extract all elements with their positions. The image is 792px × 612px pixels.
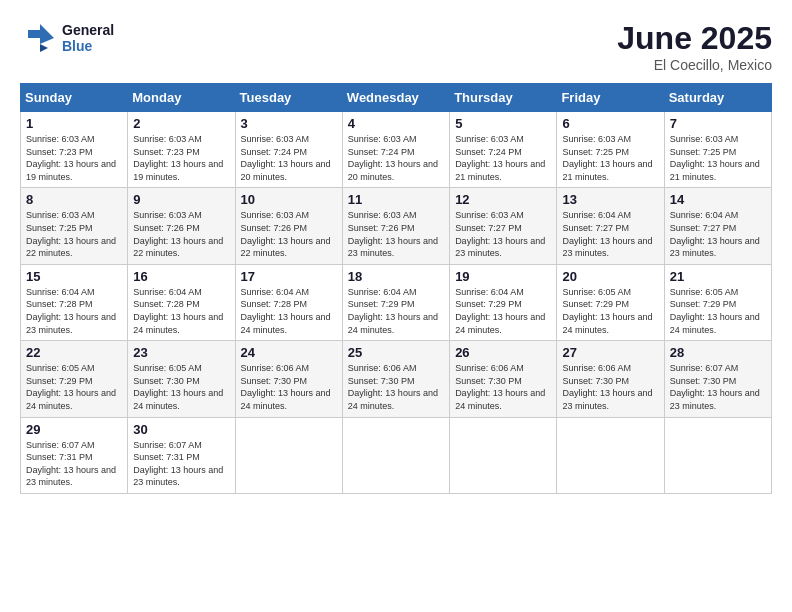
day-cell-7: 7Sunrise: 6:03 AMSunset: 7:25 PMDaylight…	[664, 112, 771, 188]
empty-cell	[450, 417, 557, 493]
day-number: 6	[562, 116, 658, 131]
day-cell-17: 17Sunrise: 6:04 AMSunset: 7:28 PMDayligh…	[235, 264, 342, 340]
day-info: Sunrise: 6:05 AMSunset: 7:29 PMDaylight:…	[562, 286, 658, 336]
day-info: Sunrise: 6:04 AMSunset: 7:27 PMDaylight:…	[562, 209, 658, 259]
day-cell-21: 21Sunrise: 6:05 AMSunset: 7:29 PMDayligh…	[664, 264, 771, 340]
weekday-header-sunday: Sunday	[21, 84, 128, 112]
day-number: 4	[348, 116, 444, 131]
empty-cell	[235, 417, 342, 493]
day-info: Sunrise: 6:03 AMSunset: 7:26 PMDaylight:…	[133, 209, 229, 259]
logo: General Blue	[20, 20, 114, 56]
week-row-1: 1Sunrise: 6:03 AMSunset: 7:23 PMDaylight…	[21, 112, 772, 188]
day-info: Sunrise: 6:04 AMSunset: 7:28 PMDaylight:…	[133, 286, 229, 336]
day-number: 13	[562, 192, 658, 207]
day-cell-28: 28Sunrise: 6:07 AMSunset: 7:30 PMDayligh…	[664, 341, 771, 417]
day-info: Sunrise: 6:03 AMSunset: 7:23 PMDaylight:…	[133, 133, 229, 183]
day-info: Sunrise: 6:05 AMSunset: 7:29 PMDaylight:…	[26, 362, 122, 412]
day-info: Sunrise: 6:05 AMSunset: 7:29 PMDaylight:…	[670, 286, 766, 336]
day-cell-19: 19Sunrise: 6:04 AMSunset: 7:29 PMDayligh…	[450, 264, 557, 340]
day-number: 24	[241, 345, 337, 360]
empty-cell	[557, 417, 664, 493]
month-title: June 2025	[617, 20, 772, 57]
calendar: SundayMondayTuesdayWednesdayThursdayFrid…	[20, 83, 772, 494]
day-cell-10: 10Sunrise: 6:03 AMSunset: 7:26 PMDayligh…	[235, 188, 342, 264]
day-number: 29	[26, 422, 122, 437]
day-info: Sunrise: 6:03 AMSunset: 7:24 PMDaylight:…	[455, 133, 551, 183]
day-number: 9	[133, 192, 229, 207]
day-cell-13: 13Sunrise: 6:04 AMSunset: 7:27 PMDayligh…	[557, 188, 664, 264]
weekday-header-wednesday: Wednesday	[342, 84, 449, 112]
day-number: 10	[241, 192, 337, 207]
location-title: El Coecillo, Mexico	[617, 57, 772, 73]
day-info: Sunrise: 6:03 AMSunset: 7:25 PMDaylight:…	[26, 209, 122, 259]
day-info: Sunrise: 6:03 AMSunset: 7:27 PMDaylight:…	[455, 209, 551, 259]
day-number: 5	[455, 116, 551, 131]
day-number: 19	[455, 269, 551, 284]
day-info: Sunrise: 6:06 AMSunset: 7:30 PMDaylight:…	[348, 362, 444, 412]
day-info: Sunrise: 6:04 AMSunset: 7:27 PMDaylight:…	[670, 209, 766, 259]
day-cell-8: 8Sunrise: 6:03 AMSunset: 7:25 PMDaylight…	[21, 188, 128, 264]
day-cell-18: 18Sunrise: 6:04 AMSunset: 7:29 PMDayligh…	[342, 264, 449, 340]
day-info: Sunrise: 6:06 AMSunset: 7:30 PMDaylight:…	[562, 362, 658, 412]
day-cell-30: 30Sunrise: 6:07 AMSunset: 7:31 PMDayligh…	[128, 417, 235, 493]
day-cell-23: 23Sunrise: 6:05 AMSunset: 7:30 PMDayligh…	[128, 341, 235, 417]
day-cell-25: 25Sunrise: 6:06 AMSunset: 7:30 PMDayligh…	[342, 341, 449, 417]
day-number: 7	[670, 116, 766, 131]
day-cell-20: 20Sunrise: 6:05 AMSunset: 7:29 PMDayligh…	[557, 264, 664, 340]
day-info: Sunrise: 6:03 AMSunset: 7:25 PMDaylight:…	[562, 133, 658, 183]
day-info: Sunrise: 6:04 AMSunset: 7:28 PMDaylight:…	[26, 286, 122, 336]
day-cell-2: 2Sunrise: 6:03 AMSunset: 7:23 PMDaylight…	[128, 112, 235, 188]
day-cell-15: 15Sunrise: 6:04 AMSunset: 7:28 PMDayligh…	[21, 264, 128, 340]
day-cell-6: 6Sunrise: 6:03 AMSunset: 7:25 PMDaylight…	[557, 112, 664, 188]
day-cell-11: 11Sunrise: 6:03 AMSunset: 7:26 PMDayligh…	[342, 188, 449, 264]
weekday-header-thursday: Thursday	[450, 84, 557, 112]
day-number: 22	[26, 345, 122, 360]
day-cell-29: 29Sunrise: 6:07 AMSunset: 7:31 PMDayligh…	[21, 417, 128, 493]
day-number: 11	[348, 192, 444, 207]
day-info: Sunrise: 6:03 AMSunset: 7:26 PMDaylight:…	[241, 209, 337, 259]
day-number: 14	[670, 192, 766, 207]
day-info: Sunrise: 6:07 AMSunset: 7:31 PMDaylight:…	[26, 439, 122, 489]
day-number: 28	[670, 345, 766, 360]
logo-text: General Blue	[62, 22, 114, 54]
logo-icon	[20, 20, 56, 56]
weekday-header-saturday: Saturday	[664, 84, 771, 112]
day-number: 30	[133, 422, 229, 437]
day-info: Sunrise: 6:03 AMSunset: 7:24 PMDaylight:…	[348, 133, 444, 183]
day-cell-24: 24Sunrise: 6:06 AMSunset: 7:30 PMDayligh…	[235, 341, 342, 417]
week-row-3: 15Sunrise: 6:04 AMSunset: 7:28 PMDayligh…	[21, 264, 772, 340]
day-info: Sunrise: 6:03 AMSunset: 7:26 PMDaylight:…	[348, 209, 444, 259]
day-number: 20	[562, 269, 658, 284]
day-number: 1	[26, 116, 122, 131]
day-info: Sunrise: 6:05 AMSunset: 7:30 PMDaylight:…	[133, 362, 229, 412]
day-number: 25	[348, 345, 444, 360]
day-number: 17	[241, 269, 337, 284]
day-info: Sunrise: 6:07 AMSunset: 7:30 PMDaylight:…	[670, 362, 766, 412]
day-info: Sunrise: 6:06 AMSunset: 7:30 PMDaylight:…	[241, 362, 337, 412]
weekday-header-monday: Monday	[128, 84, 235, 112]
week-row-5: 29Sunrise: 6:07 AMSunset: 7:31 PMDayligh…	[21, 417, 772, 493]
weekday-header-friday: Friday	[557, 84, 664, 112]
day-number: 15	[26, 269, 122, 284]
day-cell-12: 12Sunrise: 6:03 AMSunset: 7:27 PMDayligh…	[450, 188, 557, 264]
day-number: 16	[133, 269, 229, 284]
day-number: 23	[133, 345, 229, 360]
day-cell-27: 27Sunrise: 6:06 AMSunset: 7:30 PMDayligh…	[557, 341, 664, 417]
day-cell-4: 4Sunrise: 6:03 AMSunset: 7:24 PMDaylight…	[342, 112, 449, 188]
week-row-4: 22Sunrise: 6:05 AMSunset: 7:29 PMDayligh…	[21, 341, 772, 417]
day-cell-26: 26Sunrise: 6:06 AMSunset: 7:30 PMDayligh…	[450, 341, 557, 417]
day-info: Sunrise: 6:04 AMSunset: 7:28 PMDaylight:…	[241, 286, 337, 336]
day-number: 21	[670, 269, 766, 284]
day-number: 8	[26, 192, 122, 207]
day-info: Sunrise: 6:03 AMSunset: 7:25 PMDaylight:…	[670, 133, 766, 183]
weekday-header-row: SundayMondayTuesdayWednesdayThursdayFrid…	[21, 84, 772, 112]
day-cell-9: 9Sunrise: 6:03 AMSunset: 7:26 PMDaylight…	[128, 188, 235, 264]
day-cell-14: 14Sunrise: 6:04 AMSunset: 7:27 PMDayligh…	[664, 188, 771, 264]
day-cell-5: 5Sunrise: 6:03 AMSunset: 7:24 PMDaylight…	[450, 112, 557, 188]
week-row-2: 8Sunrise: 6:03 AMSunset: 7:25 PMDaylight…	[21, 188, 772, 264]
empty-cell	[342, 417, 449, 493]
day-info: Sunrise: 6:07 AMSunset: 7:31 PMDaylight:…	[133, 439, 229, 489]
day-info: Sunrise: 6:06 AMSunset: 7:30 PMDaylight:…	[455, 362, 551, 412]
empty-cell	[664, 417, 771, 493]
day-number: 18	[348, 269, 444, 284]
